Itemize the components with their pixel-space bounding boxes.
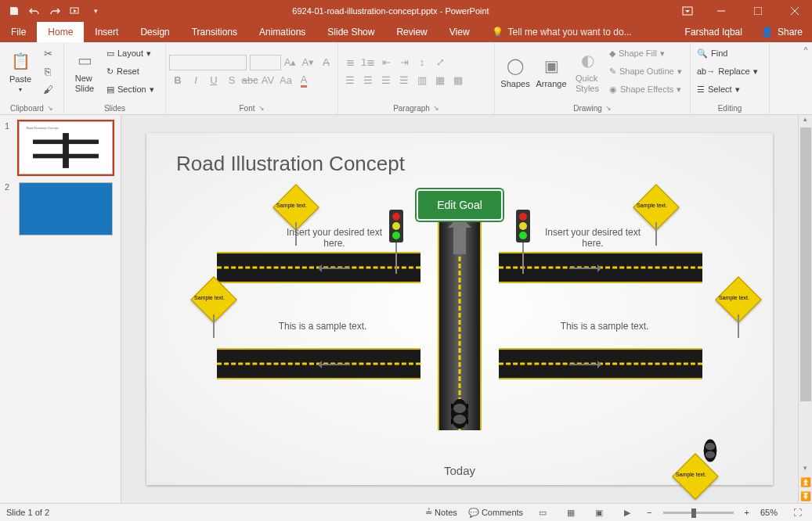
align-right-button[interactable]: ☰ bbox=[377, 72, 395, 89]
slide-text[interactable]: This is a sample text. bbox=[260, 321, 385, 332]
shapes-button[interactable]: ◯Shapes bbox=[498, 44, 532, 99]
zoom-level[interactable]: 65% bbox=[760, 508, 778, 517]
slide-text[interactable]: Insert your desired text here. bbox=[542, 227, 644, 249]
clipboard-launcher[interactable]: ↘ bbox=[47, 104, 53, 113]
new-slide-button[interactable]: ▭ New Slide bbox=[67, 44, 102, 99]
increase-font-button[interactable]: A▴ bbox=[282, 54, 299, 71]
reset-button[interactable]: ↻ Reset bbox=[103, 63, 157, 80]
tab-transitions[interactable]: Transitions bbox=[181, 22, 248, 42]
slide-text[interactable]: Insert your desired text here. bbox=[283, 227, 385, 249]
undo-icon[interactable] bbox=[28, 5, 41, 17]
shape-effects-button[interactable]: ◉ Shape Effects ▾ bbox=[606, 81, 685, 98]
paragraph-launcher[interactable]: ↘ bbox=[433, 104, 439, 113]
line-spacing-button[interactable]: ↕ bbox=[413, 54, 431, 71]
minimize-button[interactable] bbox=[703, 0, 738, 22]
today-label[interactable]: Today bbox=[444, 464, 475, 477]
format-painter-button[interactable]: 🖌 bbox=[39, 81, 56, 98]
scroll-thumb[interactable] bbox=[800, 128, 811, 401]
bold-button[interactable]: B bbox=[169, 72, 186, 89]
zoom-in-button[interactable]: + bbox=[745, 508, 749, 517]
shape-fill-button[interactable]: ◆ Shape Fill ▾ bbox=[606, 45, 685, 62]
slide-text[interactable]: This is a sample text. bbox=[542, 321, 667, 332]
tab-view[interactable]: View bbox=[438, 22, 481, 42]
normal-view-button[interactable]: ▭ bbox=[534, 505, 551, 519]
justify-button[interactable]: ☰ bbox=[395, 72, 413, 89]
tab-design[interactable]: Design bbox=[129, 22, 180, 42]
strikethrough-button[interactable]: abc bbox=[241, 72, 258, 89]
road-illustration[interactable]: Edit Goal Sample text. Sample text. Samp… bbox=[201, 196, 718, 454]
start-from-beginning-icon[interactable] bbox=[69, 5, 81, 17]
comments-button[interactable]: 💬 Comments bbox=[468, 508, 523, 518]
traffic-light-icon[interactable] bbox=[516, 210, 530, 243]
change-case-button[interactable]: Aa bbox=[277, 72, 294, 89]
char-spacing-button[interactable]: AV bbox=[259, 72, 276, 89]
clipboard-icon: 📋 bbox=[9, 50, 31, 72]
drawing-launcher[interactable]: ↘ bbox=[605, 104, 612, 113]
zoom-slider[interactable] bbox=[663, 512, 734, 514]
clear-formatting-button[interactable]: A̶ bbox=[317, 54, 334, 71]
decrease-indent-button[interactable]: ⇤ bbox=[377, 54, 395, 71]
cut-button[interactable]: ✂ bbox=[39, 45, 56, 62]
file-tab[interactable]: File bbox=[0, 22, 37, 42]
vertical-scrollbar[interactable]: ▴ ▾ ⏫ ⏬ bbox=[798, 115, 812, 503]
italic-button[interactable]: I bbox=[187, 72, 204, 89]
car-icon[interactable] bbox=[449, 397, 470, 430]
tab-slide-show[interactable]: Slide Show bbox=[316, 22, 385, 42]
save-icon[interactable] bbox=[8, 5, 20, 17]
replace-button[interactable]: ab→ Replace ▾ bbox=[694, 63, 761, 80]
font-color-button[interactable]: A bbox=[295, 72, 312, 89]
slideshow-button[interactable]: ▶ bbox=[619, 505, 636, 519]
slide-counter[interactable]: Slide 1 of 2 bbox=[6, 508, 49, 517]
shape-outline-button[interactable]: ✎ Shape Outline ▾ bbox=[606, 63, 685, 80]
qat-customize-icon[interactable]: ▾ bbox=[89, 5, 102, 17]
user-name[interactable]: Farshad Iqbal bbox=[676, 22, 752, 42]
goal-sign[interactable]: Edit Goal bbox=[417, 189, 503, 221]
car-icon[interactable] bbox=[702, 438, 718, 463]
slide-editor[interactable]: Road Illustration Concept Edit Goal bbox=[121, 115, 798, 503]
align-text-button[interactable]: ▦ bbox=[431, 72, 449, 89]
numbering-button[interactable]: 1≣ bbox=[359, 54, 377, 71]
tab-review[interactable]: Review bbox=[385, 22, 438, 42]
layout-button[interactable]: ▭ Layout ▾ bbox=[103, 45, 157, 62]
tell-me-search[interactable]: 💡 Tell me what you want to do... bbox=[481, 22, 676, 42]
decrease-font-button[interactable]: A▾ bbox=[299, 54, 316, 71]
tab-animations[interactable]: Animations bbox=[248, 22, 316, 42]
shadow-button[interactable]: S bbox=[223, 72, 240, 89]
align-left-button[interactable]: ☰ bbox=[341, 72, 359, 89]
notes-button[interactable]: ≟ Notes bbox=[425, 508, 457, 518]
paste-button[interactable]: 📋 Paste ▾ bbox=[3, 44, 38, 99]
tab-home[interactable]: Home bbox=[37, 22, 84, 42]
collapse-ribbon-icon[interactable]: ˄ bbox=[803, 45, 809, 60]
select-button[interactable]: ☰ Select ▾ bbox=[694, 81, 761, 98]
bullets-button[interactable]: ≣ bbox=[341, 54, 359, 71]
slide-thumbnail-2[interactable] bbox=[19, 182, 113, 235]
copy-button[interactable]: ⎘ bbox=[39, 63, 56, 80]
prev-slide-button[interactable]: ⏫ bbox=[799, 477, 812, 487]
quick-styles-button[interactable]: ◐Quick Styles bbox=[570, 44, 604, 99]
next-slide-button[interactable]: ⏬ bbox=[799, 491, 812, 501]
ribbon-display-options-icon[interactable] bbox=[672, 6, 703, 16]
columns-button[interactable]: ▥ bbox=[413, 72, 431, 89]
section-button[interactable]: ▤ Section ▾ bbox=[103, 81, 157, 98]
tab-insert[interactable]: Insert bbox=[84, 22, 129, 42]
find-button[interactable]: 🔍 Find bbox=[694, 45, 761, 62]
zoom-out-button[interactable]: − bbox=[647, 508, 651, 517]
text-direction-button[interactable]: ⤢ bbox=[431, 54, 449, 71]
smartart-button[interactable]: ▩ bbox=[449, 72, 467, 89]
share-button[interactable]: 👤 Share bbox=[752, 22, 812, 42]
increase-indent-button[interactable]: ⇥ bbox=[395, 54, 413, 71]
reading-view-button[interactable]: ▣ bbox=[590, 505, 608, 519]
underline-button[interactable]: U bbox=[205, 72, 222, 89]
align-center-button[interactable]: ☰ bbox=[359, 72, 377, 89]
maximize-button[interactable] bbox=[740, 0, 775, 22]
traffic-light-icon[interactable] bbox=[389, 210, 403, 243]
slide-title[interactable]: Road Illustration Concept bbox=[176, 152, 405, 176]
fit-to-window-button[interactable]: ⛶ bbox=[789, 505, 806, 519]
arrange-button[interactable]: ▣Arrange bbox=[534, 44, 568, 99]
slide-sorter-button[interactable]: ▦ bbox=[562, 505, 579, 519]
close-button[interactable] bbox=[777, 0, 812, 22]
redo-icon[interactable] bbox=[49, 5, 61, 17]
slide-canvas[interactable]: Road Illustration Concept Edit Goal bbox=[146, 133, 773, 485]
font-launcher[interactable]: ↘ bbox=[258, 104, 265, 113]
slide-thumbnail-1[interactable]: Road Illustration Concept bbox=[19, 121, 113, 174]
